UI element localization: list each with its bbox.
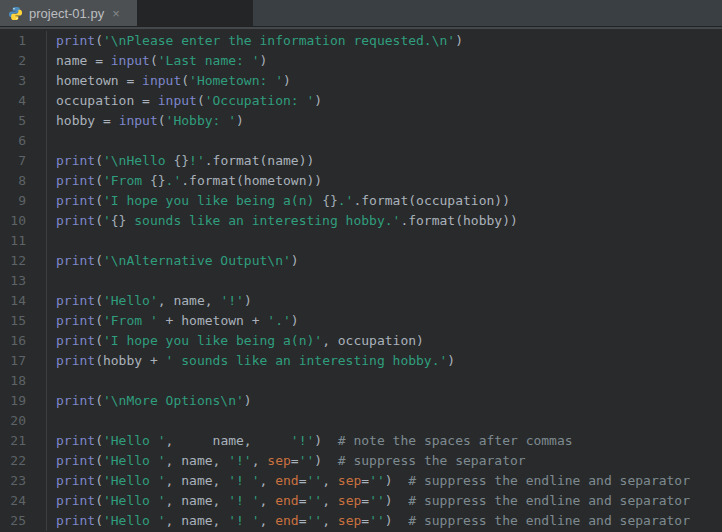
token-d: ( [95, 193, 103, 208]
token-s: '! ' [228, 473, 259, 488]
line-number[interactable]: 25 [0, 511, 47, 531]
token-d: ) [385, 473, 393, 488]
code-line[interactable]: 21print('Hello ', name, '!') # note the … [0, 431, 722, 451]
token-s: '\nAlternative Output\n' [103, 253, 291, 268]
line-number[interactable]: 18 [0, 371, 47, 391]
line-number[interactable]: 12 [0, 251, 47, 271]
code-line[interactable]: 13 [0, 271, 722, 291]
code-text: print('From {}.'.format(hometown)) [47, 171, 322, 191]
token-d: , [260, 493, 276, 508]
line-number[interactable]: 7 [0, 151, 47, 171]
token-d: ) [385, 493, 393, 508]
line-number[interactable]: 22 [0, 451, 47, 471]
line-number[interactable]: 3 [0, 71, 47, 91]
code-line[interactable]: 14print('Hello', name, '!') [0, 291, 722, 311]
code-line[interactable]: 22print('Hello ', name, '!', sep='') # s… [0, 451, 722, 471]
code-line[interactable]: 18 [0, 371, 722, 391]
token-d: .format(hometown)) [181, 173, 322, 188]
token-kw: print [56, 393, 95, 408]
token-kw: print [56, 293, 95, 308]
token-na: sep [267, 453, 290, 468]
token-d: ) [291, 253, 299, 268]
code-line[interactable]: 24print('Hello ', name, '! ', end='', se… [0, 491, 722, 511]
token-s: '' [369, 513, 385, 528]
line-number[interactable]: 19 [0, 391, 47, 411]
token-kw: print [56, 213, 95, 228]
code-line[interactable]: 6 [0, 131, 722, 151]
token-s: '' [369, 493, 385, 508]
line-number[interactable]: 16 [0, 331, 47, 351]
line-number[interactable]: 24 [0, 491, 47, 511]
line-number[interactable]: 13 [0, 271, 47, 291]
code-line[interactable]: 10print('{} sounds like an interesting h… [0, 211, 722, 231]
token-d: name = [56, 53, 111, 68]
token-s: 'From [103, 173, 150, 188]
code-text: hometown = input('Hometown: ') [47, 71, 291, 91]
token-s: 'I hope you like being a(n)' [103, 333, 322, 348]
code-line[interactable]: 23print('Hello ', name, '! ', end='', se… [0, 471, 722, 491]
line-number[interactable]: 6 [0, 131, 47, 151]
line-number[interactable]: 14 [0, 291, 47, 311]
token-kw: input [111, 53, 150, 68]
code-line[interactable]: 9print('I hope you like being a(n) {}.'.… [0, 191, 722, 211]
code-line[interactable]: 5hobby = input('Hobby: ') [0, 111, 722, 131]
token-d: ( [95, 513, 103, 528]
line-number[interactable]: 15 [0, 311, 47, 331]
token-s: ' [103, 213, 111, 228]
code-line[interactable]: 17print(hobby + ' sounds like an interes… [0, 351, 722, 371]
code-line[interactable]: 1print('\nPlease enter the information r… [0, 31, 722, 51]
code-line[interactable]: 25print('Hello ', name, '! ', end='', se… [0, 511, 722, 531]
token-d: ) [291, 313, 299, 328]
code-text: print('\nHello {}!'.format(name)) [47, 151, 314, 171]
code-line[interactable]: 19print('\nMore Options\n') [0, 391, 722, 411]
code-editor[interactable]: 1print('\nPlease enter the information r… [0, 26, 722, 531]
token-ph: {} [111, 213, 127, 228]
code-text: print('Hello ', name, '! ', end='', sep=… [47, 491, 690, 511]
code-text: occupation = input('Occupation: ') [47, 91, 322, 111]
code-line[interactable]: 16print('I hope you like being a(n)', oc… [0, 331, 722, 351]
code-line[interactable]: 11 [0, 231, 722, 251]
code-line[interactable]: 8print('From {}.'.format(hometown)) [0, 171, 722, 191]
token-na: sep [338, 473, 361, 488]
line-number[interactable]: 10 [0, 211, 47, 231]
line-number[interactable]: 20 [0, 411, 47, 431]
code-line[interactable]: 7print('\nHello {}!'.format(name)) [0, 151, 722, 171]
token-s: '' [299, 453, 315, 468]
code-text [47, 271, 56, 291]
line-number[interactable]: 2 [0, 51, 47, 71]
code-line[interactable]: 4occupation = input('Occupation: ') [0, 91, 722, 111]
token-d: = [299, 473, 307, 488]
token-s: '!' [220, 293, 243, 308]
line-number[interactable]: 17 [0, 351, 47, 371]
line-number[interactable]: 21 [0, 431, 47, 451]
tab-project-01-py[interactable]: project-01.py × [0, 0, 137, 26]
code-line[interactable]: 3hometown = input('Hometown: ') [0, 71, 722, 91]
code-line[interactable]: 12print('\nAlternative Output\n') [0, 251, 722, 271]
token-d: ( [95, 393, 103, 408]
token-d: ) [455, 33, 463, 48]
token-kw: print [56, 173, 95, 188]
line-number[interactable]: 4 [0, 91, 47, 111]
token-d: , name, [166, 433, 291, 448]
line-number[interactable]: 1 [0, 31, 47, 51]
line-number[interactable]: 11 [0, 231, 47, 251]
line-number[interactable]: 8 [0, 171, 47, 191]
token-d: ( [181, 73, 189, 88]
code-line[interactable]: 20 [0, 411, 722, 431]
code-text: print('Hello ', name, '! ', end='', sep=… [47, 471, 690, 491]
tab-close-icon[interactable]: × [112, 7, 120, 20]
token-d: , [322, 493, 338, 508]
token-s: 'I hope you like being a(n) [103, 193, 322, 208]
token-d: (hobby + [95, 353, 165, 368]
token-kw: print [56, 433, 95, 448]
code-text: print('\nMore Options\n') [47, 391, 252, 411]
code-line[interactable]: 15print('From ' + hometown + '.') [0, 311, 722, 331]
line-number[interactable]: 5 [0, 111, 47, 131]
token-d: .format(hobby)) [400, 213, 517, 228]
token-s: 'Hello ' [103, 513, 166, 528]
line-number[interactable]: 9 [0, 191, 47, 211]
line-number[interactable]: 23 [0, 471, 47, 491]
code-line[interactable]: 2name = input('Last name: ') [0, 51, 722, 71]
token-cm: # suppress the endline and separator [393, 513, 690, 528]
token-d: ( [95, 313, 103, 328]
